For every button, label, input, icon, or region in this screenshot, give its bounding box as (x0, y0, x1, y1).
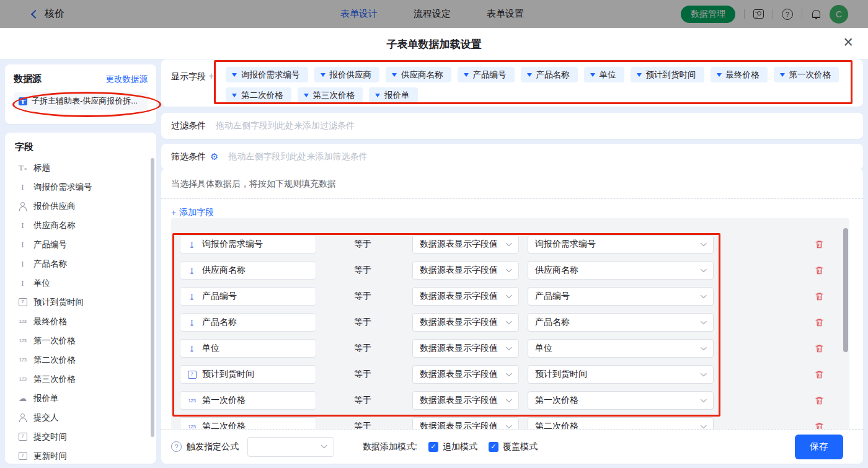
rule-field-box[interactable]: 预计到货时间 (180, 365, 316, 384)
field-item-product-no[interactable]: 产品编号 (15, 235, 146, 254)
source-field-select[interactable]: 供应商名称 (528, 261, 714, 280)
field-item-submitter[interactable]: 提交人 (15, 408, 146, 427)
chip-product-name[interactable]: 产品名称 (521, 67, 578, 82)
chip-final-price[interactable]: 最终价格 (711, 67, 768, 82)
tab-form-design[interactable]: 表单设计 (340, 8, 378, 20)
rule-field-box[interactable]: 产品名称 (180, 313, 316, 332)
chip-eta[interactable]: 预计到货时间 (631, 67, 704, 82)
field-item-quote-sheet[interactable]: 报价单 (15, 389, 146, 408)
rule-field-box[interactable]: 询报价需求编号 (180, 235, 316, 254)
source-type-select[interactable]: 数据源表显示字段值 (412, 417, 519, 429)
chip-quote-sheet[interactable]: 报价单 (369, 87, 418, 103)
delete-row-button[interactable] (813, 421, 825, 429)
sidebar-scrollbar[interactable] (151, 158, 154, 437)
back-button[interactable]: 核价 (32, 7, 64, 20)
contacts-icon[interactable] (753, 9, 764, 19)
datasource-selected-label: 子拆主辅助表-供应商报价拆... (32, 95, 138, 107)
field-item-unit[interactable]: 单位 (15, 273, 146, 293)
field-item-eta[interactable]: 预计到货时间 (15, 293, 146, 312)
text-field-icon (187, 291, 197, 301)
notification-bell-icon[interactable] (811, 9, 821, 19)
rule-field-box[interactable]: 产品编号 (180, 287, 316, 306)
source-field-select[interactable]: 产品名称 (528, 313, 714, 332)
trigger-formula-select[interactable] (247, 437, 334, 457)
delete-row-button[interactable] (813, 317, 825, 328)
source-type-select[interactable]: 数据源表显示字段值 (412, 365, 519, 384)
add-display-field-button[interactable]: + (208, 71, 214, 81)
change-datasource-link[interactable]: 更改数据源 (106, 74, 148, 85)
delete-row-button[interactable] (813, 239, 825, 250)
date-field-icon (17, 452, 28, 460)
chip-first-price[interactable]: 第一次价格 (774, 67, 839, 82)
tab-flow-settings[interactable]: 流程设定 (414, 8, 451, 20)
source-type-select[interactable]: 数据源表显示字段值 (412, 261, 519, 280)
field-item-submit-time[interactable]: 提交时间 (15, 427, 146, 446)
add-field-button[interactable]: +添加字段 (171, 207, 214, 218)
delete-row-button[interactable] (813, 291, 825, 302)
source-type-select[interactable]: 数据源表显示字段值 (412, 287, 519, 306)
chevron-down-icon (701, 422, 707, 428)
number-field-icon (17, 319, 28, 324)
overwrite-mode-checkbox[interactable]: ✓ 覆盖模式 (489, 441, 538, 453)
fields-panel: 字段 标题 询报价需求编号 报价供应商 供应商名称 产品编号 产品名称 单位 预… (5, 133, 156, 464)
chip-quote-supplier[interactable]: 报价供应商 (314, 67, 380, 82)
help-icon[interactable]: ? (782, 9, 793, 20)
chip-supplier-name[interactable]: 供应商名称 (386, 67, 451, 82)
source-type-select[interactable]: 数据源表显示字段值 (412, 313, 519, 332)
source-field-select[interactable]: 第一次价格 (528, 391, 714, 410)
rule-field-box[interactable]: 供应商名称 (180, 261, 316, 280)
source-type-select[interactable]: 数据源表显示字段值 (412, 235, 519, 254)
field-item-title[interactable]: 标题 (15, 158, 146, 177)
help-circle-icon[interactable]: ? (171, 441, 182, 452)
datasource-selected-item[interactable]: 子拆主辅助表-供应商报价拆... (14, 92, 148, 110)
delete-row-button[interactable] (813, 343, 825, 354)
datasource-card: 数据源 更改数据源 子拆主辅助表-供应商报价拆... (5, 64, 156, 124)
field-item-final-price[interactable]: 最终价格 (15, 312, 146, 331)
data-manage-button[interactable]: 数据管理 (681, 6, 735, 23)
chevron-down-icon (375, 94, 380, 97)
field-item-second-price[interactable]: 第二次价格 (15, 350, 146, 369)
rule-row: 供应商名称 等于 数据源表显示字段值 供应商名称 (180, 261, 841, 280)
rules-panel-scrollbar[interactable] (843, 228, 848, 352)
field-item-update-time[interactable]: 更新时间 (15, 446, 146, 464)
rule-field-box[interactable]: 单位 (180, 339, 316, 358)
user-avatar[interactable]: C (830, 5, 848, 24)
chip-second-price[interactable]: 第二次价格 (226, 87, 291, 103)
chip-product-no[interactable]: 产品编号 (458, 67, 515, 82)
source-field-select[interactable]: 单位 (528, 339, 714, 358)
chip-inquiry-no[interactable]: 询报价需求编号 (226, 67, 308, 82)
source-field-select[interactable]: 产品编号 (528, 287, 714, 306)
append-mode-checkbox[interactable]: ✓ 追加模式 (428, 441, 477, 453)
save-button[interactable]: 保存 (795, 435, 843, 459)
source-field-select[interactable]: 预计到货时间 (528, 365, 714, 384)
chip-third-price[interactable]: 第三次价格 (298, 87, 363, 103)
chip-unit[interactable]: 单位 (584, 67, 624, 82)
source-type-select[interactable]: 数据源表显示字段值 (412, 339, 519, 358)
field-item-first-price[interactable]: 第一次价格 (15, 331, 146, 350)
close-icon[interactable]: × (843, 32, 853, 53)
gear-icon[interactable]: ⚙ (210, 151, 218, 162)
number-field-icon (187, 424, 197, 430)
field-item-quote-supplier[interactable]: 报价供应商 (15, 196, 146, 216)
rule-field-box[interactable]: 第一次价格 (180, 391, 316, 410)
delete-row-button[interactable] (813, 369, 825, 380)
source-field-select[interactable]: 第二次价格 (528, 417, 714, 429)
field-item-supplier-name[interactable]: 供应商名称 (15, 216, 146, 235)
source-type-select[interactable]: 数据源表显示字段值 (412, 391, 519, 410)
back-chevron-icon (31, 9, 40, 18)
field-item-third-price[interactable]: 第三次价格 (15, 369, 146, 389)
chevron-down-icon (701, 396, 707, 402)
rule-field-box[interactable]: 第二次价格 (180, 417, 316, 429)
tab-form-settings[interactable]: 表单设置 (487, 8, 524, 20)
delete-row-button[interactable] (813, 265, 825, 276)
filter-condition-card[interactable]: 过滤条件 拖动左侧字段到此处来添加过滤条件 (161, 113, 863, 139)
field-item-inquiry-no[interactable]: 询报价需求编号 (15, 177, 146, 196)
rules-hint-text: 当选择具体数据后，将按如下规则填充数据 (171, 179, 863, 190)
text-field-icon (17, 221, 28, 231)
display-fields-label: 显示字段+ (171, 71, 219, 102)
field-item-product-name[interactable]: 产品名称 (15, 254, 146, 273)
source-field-select[interactable]: 询报价需求编号 (528, 235, 714, 254)
delete-row-button[interactable] (813, 395, 825, 406)
screen-condition-card[interactable]: 筛选条件 ⚙ 拖动左侧字段到此处来添加筛选条件 (161, 144, 863, 170)
chevron-down-icon (321, 442, 327, 448)
